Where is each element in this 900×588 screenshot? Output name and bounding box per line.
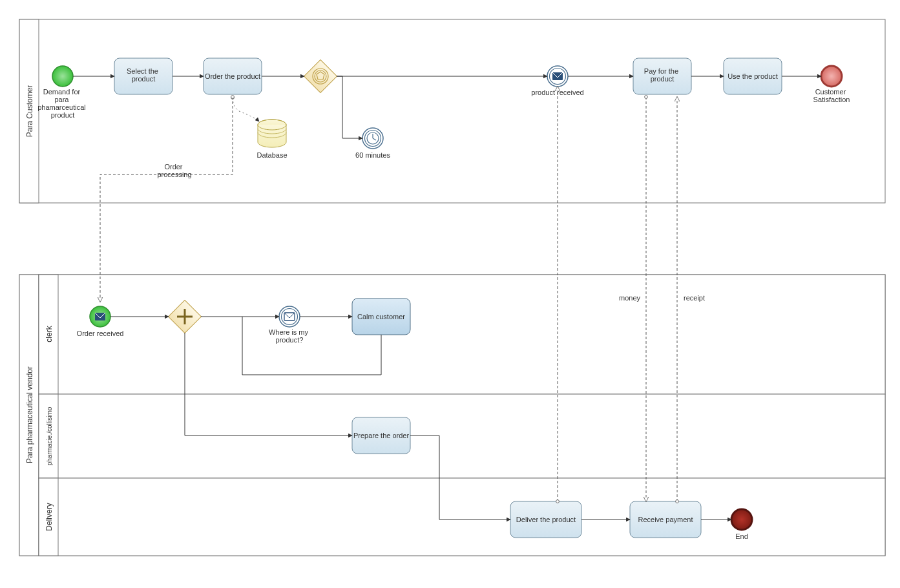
svg-text:Use the product: Use the product: [727, 72, 778, 80]
svg-point-51: [731, 509, 752, 530]
lane-delivery-label: Delivery: [45, 503, 54, 530]
end-event-vendor-label: End: [735, 532, 748, 540]
task-receive-payment[interactable]: Receive payment: [630, 501, 701, 538]
svg-point-3: [52, 66, 73, 87]
event-timer-60min[interactable]: [362, 128, 383, 149]
task-use-product[interactable]: Use the product: [724, 58, 782, 94]
svg-rect-33: [39, 478, 885, 556]
task-pay-product[interactable]: Pay for the product: [633, 58, 691, 94]
svg-point-41: [282, 309, 298, 325]
pool-customer-label: Para Customer: [25, 85, 34, 138]
task-prepare-order[interactable]: Prepare the order: [352, 417, 410, 454]
svg-point-19: [821, 66, 842, 87]
svg-text:Order the product: Order the product: [205, 72, 260, 80]
data-store-database[interactable]: [258, 120, 286, 147]
msgflow-money-label: money: [619, 294, 641, 302]
svg-text:Prepare the order: Prepare the order: [353, 432, 410, 439]
start-event-order-received[interactable]: [90, 306, 110, 327]
svg-text:Deliver the product: Deliver the product: [516, 516, 576, 523]
lane-pharmacie-label: pharmacie./collisimo: [46, 406, 53, 465]
task-deliver-product[interactable]: Deliver the product: [510, 501, 581, 538]
svg-text:Calm customer: Calm customer: [357, 313, 405, 320]
start-event-order-received-label: Order received: [77, 330, 124, 337]
svg-text:Receive payment: Receive payment: [638, 516, 693, 523]
lane-clerk-label: clerk: [45, 325, 54, 342]
msgflow-receipt-label: receipt: [684, 294, 705, 302]
task-calm-customer[interactable]: Calm customer: [352, 299, 410, 335]
pool-customer: Para Customer: [19, 19, 885, 203]
task-select-product[interactable]: Select the product: [114, 58, 173, 94]
event-product-received[interactable]: [547, 66, 568, 87]
data-store-database-label: Database: [256, 151, 287, 159]
svg-text:Select the
      product: Select the product: [127, 67, 160, 83]
svg-rect-1: [19, 19, 885, 203]
end-event-satisfaction-label: Customer Satisfaction: [813, 88, 850, 103]
event-timer-60min-label: 60 minutes: [355, 151, 390, 159]
event-where-is-my-product[interactable]: [279, 306, 300, 327]
start-event-demand[interactable]: [52, 66, 73, 87]
task-order-product[interactable]: Order the product: [204, 58, 262, 94]
pool-vendor-label: Para pharmaceutical vendor: [25, 366, 34, 463]
svg-rect-31: [39, 394, 885, 478]
end-event-vendor[interactable]: [731, 509, 752, 530]
end-event-satisfaction[interactable]: [821, 66, 842, 87]
svg-rect-29: [39, 275, 885, 394]
